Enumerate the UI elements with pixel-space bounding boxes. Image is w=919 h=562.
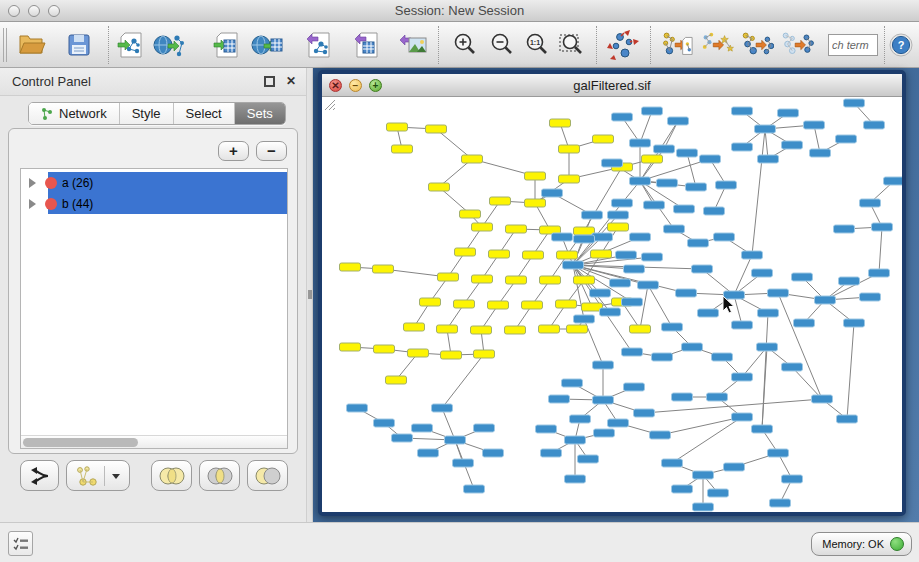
graph-node-blue[interactable] (770, 499, 791, 507)
graph-edge[interactable] (778, 293, 822, 399)
tab-sets[interactable]: Sets (235, 103, 285, 124)
graph-node-blue[interactable] (483, 449, 504, 457)
graph-node-blue[interactable] (693, 503, 714, 511)
graph-node-yellow[interactable] (642, 155, 663, 163)
graph-node-blue[interactable] (732, 321, 753, 329)
network-canvas[interactable] (322, 97, 902, 512)
intersect-sets-button[interactable] (199, 460, 240, 491)
graph-node-blue[interactable] (590, 289, 611, 297)
graph-node-blue[interactable] (624, 265, 645, 273)
graph-node-blue[interactable] (432, 404, 453, 412)
graph-node-blue[interactable] (638, 281, 659, 289)
network-graph[interactable] (322, 97, 902, 512)
graph-node-blue[interactable] (541, 449, 562, 457)
graph-node-blue[interactable] (630, 139, 651, 147)
graph-edge[interactable] (672, 417, 742, 463)
union-sets-button[interactable] (151, 460, 192, 491)
graph-edge[interactable] (879, 227, 882, 273)
graph-node-blue[interactable] (602, 159, 623, 167)
export-table-button[interactable] (350, 29, 384, 61)
graph-node-blue[interactable] (570, 415, 591, 423)
graph-node-blue[interactable] (778, 109, 799, 117)
graph-node-yellow[interactable] (559, 175, 580, 183)
graph-node-blue[interactable] (464, 485, 485, 493)
export-image-button[interactable] (396, 29, 430, 61)
graph-node-yellow[interactable] (472, 223, 493, 231)
graph-node-blue[interactable] (668, 117, 689, 125)
create-set-from-network-button[interactable] (66, 460, 130, 491)
graph-node-blue[interactable] (864, 121, 885, 129)
split-set-button[interactable] (20, 460, 59, 491)
zoom-in-button[interactable] (448, 29, 482, 61)
graph-edge[interactable] (644, 399, 822, 413)
graph-edge[interactable] (442, 408, 455, 440)
tab-style[interactable]: Style (120, 103, 174, 124)
graph-node-blue[interactable] (782, 141, 803, 149)
graph-node-yellow[interactable] (567, 325, 588, 333)
graph-node-blue[interactable] (794, 319, 815, 327)
graph-node-yellow[interactable] (540, 276, 561, 284)
graph-node-yellow[interactable] (373, 265, 394, 273)
graph-node-blue[interactable] (872, 223, 893, 231)
graph-node-yellow[interactable] (525, 172, 546, 180)
graph-node-blue[interactable] (869, 269, 890, 277)
graph-node-yellow[interactable] (426, 125, 447, 133)
graph-edge[interactable] (792, 367, 822, 399)
graph-node-blue[interactable] (374, 419, 395, 427)
graph-node-blue[interactable] (642, 107, 663, 115)
graph-node-blue[interactable] (692, 265, 713, 273)
graph-node-blue[interactable] (758, 309, 779, 317)
import-network-web-button[interactable] (152, 29, 186, 61)
graph-node-blue[interactable] (630, 177, 651, 185)
graph-node-blue[interactable] (474, 424, 495, 432)
graph-node-blue[interactable] (712, 353, 733, 361)
graph-node-yellow[interactable] (420, 298, 441, 306)
graph-node-yellow[interactable] (437, 325, 458, 333)
graph-node-blue[interactable] (752, 425, 773, 433)
scrollbar-thumb[interactable] (23, 438, 138, 447)
graph-node-yellow[interactable] (441, 351, 462, 359)
graph-node-blue[interactable] (392, 434, 413, 442)
graph-node-blue[interactable] (574, 235, 595, 243)
graph-node-blue[interactable] (574, 315, 595, 323)
graph-node-yellow[interactable] (559, 145, 580, 153)
splitter-grip[interactable] (308, 290, 312, 299)
zoom-actual-size-button[interactable]: 1:1 (520, 29, 554, 61)
graph-node-blue[interactable] (704, 207, 725, 215)
difference-sets-button[interactable] (247, 460, 288, 491)
graph-node-yellow[interactable] (506, 276, 527, 284)
graph-node-blue[interactable] (804, 121, 825, 129)
graph-node-yellow[interactable] (608, 223, 629, 231)
graph-node-yellow[interactable] (550, 119, 571, 127)
graph-node-yellow[interactable] (490, 197, 511, 205)
graph-node-blue[interactable] (674, 205, 695, 213)
graph-node-blue[interactable] (768, 289, 789, 297)
graph-node-blue[interactable] (837, 415, 858, 423)
float-panel-icon[interactable] (262, 75, 276, 89)
graph-node-blue[interactable] (563, 261, 584, 269)
task-history-button[interactable] (8, 531, 33, 556)
zoom-fit-selected-button[interactable] (555, 29, 589, 61)
graph-node-blue[interactable] (418, 449, 439, 457)
graph-edge[interactable] (762, 313, 768, 429)
graph-node-yellow[interactable] (505, 326, 526, 334)
graph-edge[interactable] (640, 285, 648, 329)
graph-edge[interactable] (752, 129, 765, 255)
graph-node-blue[interactable] (582, 211, 603, 219)
graph-node-blue[interactable] (707, 393, 728, 401)
network-frame-titlebar[interactable]: ✕ − + galFiltered.sif (322, 74, 902, 97)
graph-node-blue[interactable] (542, 189, 563, 197)
graph-node-blue[interactable] (810, 149, 831, 157)
graph-node-yellow[interactable] (387, 123, 408, 131)
graph-node-blue[interactable] (768, 449, 789, 457)
graph-node-blue[interactable] (686, 183, 707, 191)
graph-edge[interactable] (847, 323, 854, 419)
graph-node-yellow[interactable] (472, 275, 493, 283)
graph-node-blue[interactable] (549, 395, 570, 403)
graph-node-blue[interactable] (600, 308, 621, 316)
graph-node-blue[interactable] (860, 293, 881, 301)
search-input[interactable] (828, 34, 878, 56)
graph-node-blue[interactable] (700, 155, 721, 163)
graph-node-yellow[interactable] (506, 225, 527, 233)
graph-node-blue[interactable] (782, 363, 803, 371)
